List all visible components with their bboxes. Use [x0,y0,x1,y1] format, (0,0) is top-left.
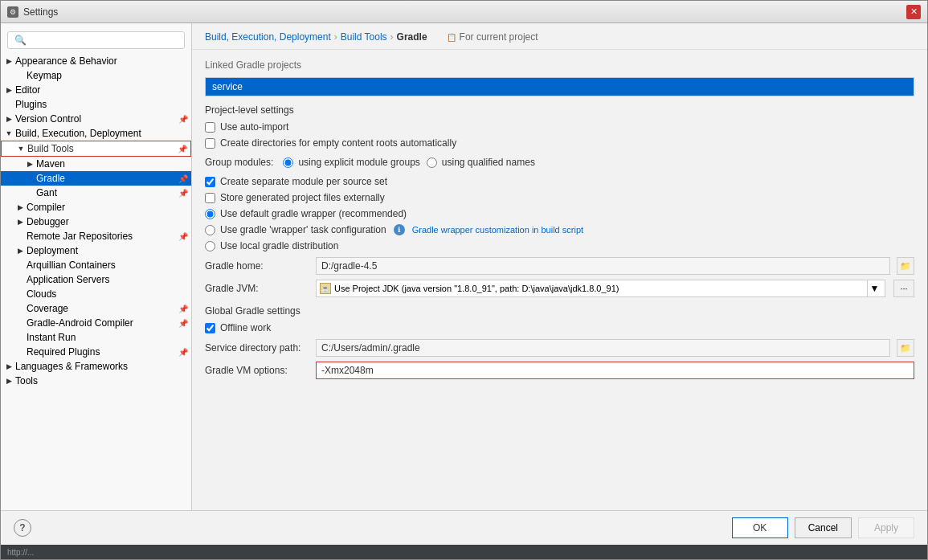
expand-icon: ▼ [4,129,14,138]
expand-icon: ▶ [15,246,25,255]
sidebar-item-plugins[interactable]: Plugins [1,97,191,112]
gradle-jvm-select[interactable]: ☕ Use Project JDK (java version "1.8.0_9… [316,280,885,297]
sidebar-item-gant[interactable]: Gant 📌 [1,186,191,200]
service-dir-browse-button[interactable]: 📁 [897,339,914,357]
sidebar-item-deployment[interactable]: ▶ Deployment [1,243,191,258]
sidebar-item-gradle-android[interactable]: Gradle-Android Compiler 📌 [1,316,191,330]
sidebar-item-label: Clouds [27,288,56,300]
sidebar-item-label: Debugger [27,216,69,227]
sidebar-item-debugger[interactable]: ▶ Debugger [1,215,191,229]
gradle-home-browse-button[interactable]: 📁 [897,257,914,275]
sidebar-item-required-plugins[interactable]: Required Plugins 📌 [1,345,191,359]
pin-icon: 📌 [178,232,188,241]
sidebar-item-app-servers[interactable]: Application Servers [1,272,191,287]
sidebar-item-coverage[interactable]: Coverage 📌 [1,301,191,316]
jdk-icon: ☕ [320,283,331,294]
sidebar-item-label: Gradle [36,173,65,184]
local-dist-label: Use local gradle distribution [220,240,338,251]
sidebar-item-clouds[interactable]: Clouds [1,287,191,301]
sidebar-item-label: Tools [15,375,38,386]
info-icon: ℹ [394,224,405,235]
sidebar-item-languages[interactable]: ▶ Languages & Frameworks [1,359,191,374]
sidebar-item-label: Gradle-Android Compiler [27,317,133,329]
local-dist-radio[interactable] [205,241,215,251]
ok-button[interactable]: OK [732,517,788,538]
spacer-icon [15,347,25,357]
sidebar-item-label: Editor [15,84,40,96]
sidebar-item-appearance[interactable]: ▶ Appearance & Behavior [1,54,191,68]
project-item-service[interactable]: service [206,78,914,96]
sidebar-item-arquillian[interactable]: Arquillian Containers [1,258,191,272]
pin-icon: 📌 [178,174,188,183]
sidebar-item-build-tools[interactable]: ▼ Build Tools 📌 [1,141,191,157]
create-dirs-checkbox[interactable] [205,138,215,149]
offline-work-checkbox[interactable] [205,323,215,333]
jvm-dropdown-arrow[interactable]: ▼ [867,280,881,297]
spacer-icon [15,304,25,313]
offline-work-label: Offline work [220,322,271,333]
footer-right: OK Cancel Apply [732,517,914,538]
pin-icon: 📌 [178,189,188,198]
apply-button[interactable]: Apply [858,517,914,538]
gradle-home-input[interactable] [316,257,890,275]
sidebar-item-tools[interactable]: ▶ Tools [1,374,191,388]
cancel-button[interactable]: Cancel [795,517,852,538]
default-wrapper-radio[interactable] [205,209,215,219]
status-text: http://... [7,548,34,557]
jvm-more-button[interactable]: ··· [893,280,914,297]
help-button[interactable]: ? [14,519,31,537]
breadcrumb-sep-1: › [334,31,337,43]
project-icon: 📋 [447,33,456,42]
sidebar-item-editor[interactable]: ▶ Editor [1,83,191,97]
breadcrumb-sep-2: › [390,31,394,43]
sidebar-item-label: Compiler [27,202,65,213]
sidebar-item-version-control[interactable]: ▶ Version Control 📌 [1,112,191,126]
auto-import-label: Use auto-import [220,121,288,133]
store-generated-checkbox[interactable] [205,193,215,203]
sidebar-item-keymap[interactable]: Keymap [1,68,191,83]
sidebar-item-label: Build, Execution, Deployment [15,128,141,139]
search-input[interactable] [7,31,185,49]
breadcrumb-part-1[interactable]: Build, Execution, Deployment [205,31,331,43]
sidebar-item-build-execution[interactable]: ▼ Build, Execution, Deployment [1,126,191,141]
title-bar-left: ⚙ Settings [7,6,58,18]
expand-icon: ▶ [15,202,25,212]
create-dirs-row: Create directories for empty content roo… [205,137,914,149]
expand-icon: ▶ [4,85,14,95]
expand-icon: ▼ [16,144,26,153]
gradle-vm-input[interactable] [316,362,914,379]
service-dir-input[interactable] [316,339,890,357]
status-bar: http://... [1,545,927,559]
separate-module-checkbox[interactable] [205,177,215,187]
sidebar-item-remote-jar[interactable]: Remote Jar Repositories 📌 [1,229,191,243]
default-wrapper-row: Use default gradle wrapper (recommended) [205,207,914,220]
gradle-home-row: Gradle home: 📁 [205,257,914,275]
footer-area: ? OK Cancel Apply http://... [1,510,927,559]
auto-import-row: Use auto-import [205,121,914,133]
wrapper-task-radio[interactable] [205,225,215,235]
breadcrumb-project: 📋 For current project [447,31,538,43]
spacer-icon [15,275,25,284]
qualified-label: using qualified names [442,157,535,168]
expand-icon: ▶ [25,159,35,169]
auto-import-checkbox[interactable] [205,122,215,133]
expand-icon: ▶ [4,114,14,124]
explicit-radio[interactable] [283,157,293,168]
sidebar-item-label: Arquillian Containers [27,260,116,271]
sidebar-item-label: Version Control [15,113,81,125]
main-layout: ▶ Appearance & Behavior Keymap ▶ Editor … [1,23,927,510]
sidebar-item-instant-run[interactable]: Instant Run [1,330,191,345]
wrapper-link[interactable]: Gradle wrapper customization in build sc… [412,225,583,235]
qualified-radio[interactable] [427,157,437,168]
breadcrumb-part-2[interactable]: Build Tools [341,31,387,43]
sidebar-item-compiler[interactable]: ▶ Compiler [1,200,191,215]
close-button[interactable]: ✕ [906,5,921,19]
spacer-icon [4,100,14,109]
group-modules-label: Group modules: [205,157,273,168]
sidebar-item-maven[interactable]: ▶ Maven [1,157,191,171]
gradle-jvm-value: Use Project JDK (java version "1.8.0_91"… [334,284,867,293]
group-modules-row: Group modules: using explicit module gro… [205,153,914,172]
sidebar-item-gradle[interactable]: Gradle 📌 [1,171,191,186]
main-panel: Build, Execution, Deployment › Build Too… [192,23,927,510]
explicit-radio-row: using explicit module groups [283,156,419,169]
